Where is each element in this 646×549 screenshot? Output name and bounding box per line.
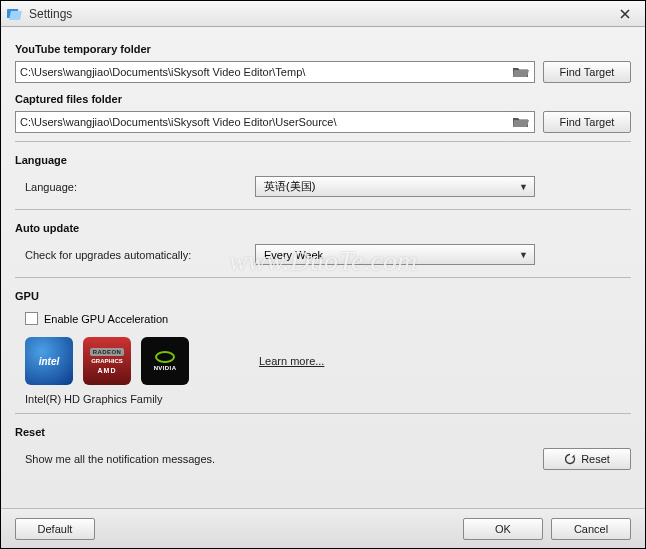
gpu-accel-checkbox[interactable]	[25, 312, 38, 325]
gpu-heading: GPU	[15, 290, 631, 302]
divider	[15, 141, 631, 142]
autoupdate-value: Every Week	[264, 249, 323, 261]
youtube-folder-path: C:\Users\wangjiao\Documents\iSkysoft Vid…	[20, 66, 512, 78]
amd-radeon-logo: RADEON GRAPHICS AMD	[83, 337, 131, 385]
footer: Default OK Cancel	[1, 508, 645, 548]
default-button[interactable]: Default	[15, 518, 95, 540]
reset-button-label: Reset	[581, 453, 610, 465]
cancel-button[interactable]: Cancel	[551, 518, 631, 540]
gpu-accel-label: Enable GPU Acceleration	[44, 313, 168, 325]
language-select[interactable]: 英语(美国) ▼	[255, 176, 535, 197]
app-icon	[7, 6, 23, 22]
content-area: YouTube temporary folder C:\Users\wangji…	[1, 27, 645, 508]
captured-folder-input[interactable]: C:\Users\wangjiao\Documents\iSkysoft Vid…	[15, 111, 535, 133]
captured-find-target-button[interactable]: Find Target	[543, 111, 631, 133]
captured-folder-path: C:\Users\wangjiao\Documents\iSkysoft Vid…	[20, 116, 512, 128]
refresh-icon	[564, 453, 576, 465]
intel-logo: intel	[25, 337, 73, 385]
divider	[15, 209, 631, 210]
autoupdate-select[interactable]: Every Week ▼	[255, 244, 535, 265]
youtube-find-target-button[interactable]: Find Target	[543, 61, 631, 83]
svg-rect-1	[9, 11, 22, 20]
divider	[15, 413, 631, 414]
folder-icon[interactable]	[512, 65, 530, 79]
language-value: 英语(美国)	[264, 179, 315, 194]
language-heading: Language	[15, 154, 631, 166]
title-bar: Settings	[1, 1, 645, 27]
reset-message: Show me all the notification messages.	[25, 453, 543, 465]
chevron-down-icon: ▼	[519, 182, 528, 192]
gpu-learn-more-link[interactable]: Learn more...	[259, 355, 324, 367]
gpu-device-name: Intel(R) HD Graphics Family	[25, 393, 631, 405]
autoupdate-label: Check for upgrades automatically:	[25, 249, 255, 261]
autoupdate-heading: Auto update	[15, 222, 631, 234]
reset-button[interactable]: Reset	[543, 448, 631, 470]
window-title: Settings	[29, 7, 605, 21]
reset-heading: Reset	[15, 426, 631, 438]
youtube-folder-input[interactable]: C:\Users\wangjiao\Documents\iSkysoft Vid…	[15, 61, 535, 83]
folder-icon[interactable]	[512, 115, 530, 129]
language-label: Language:	[25, 181, 255, 193]
close-button[interactable]	[611, 5, 639, 23]
divider	[15, 277, 631, 278]
captured-folder-label: Captured files folder	[15, 93, 631, 105]
chevron-down-icon: ▼	[519, 250, 528, 260]
nvidia-logo: NVIDIA	[141, 337, 189, 385]
ok-button[interactable]: OK	[463, 518, 543, 540]
youtube-folder-label: YouTube temporary folder	[15, 43, 631, 55]
